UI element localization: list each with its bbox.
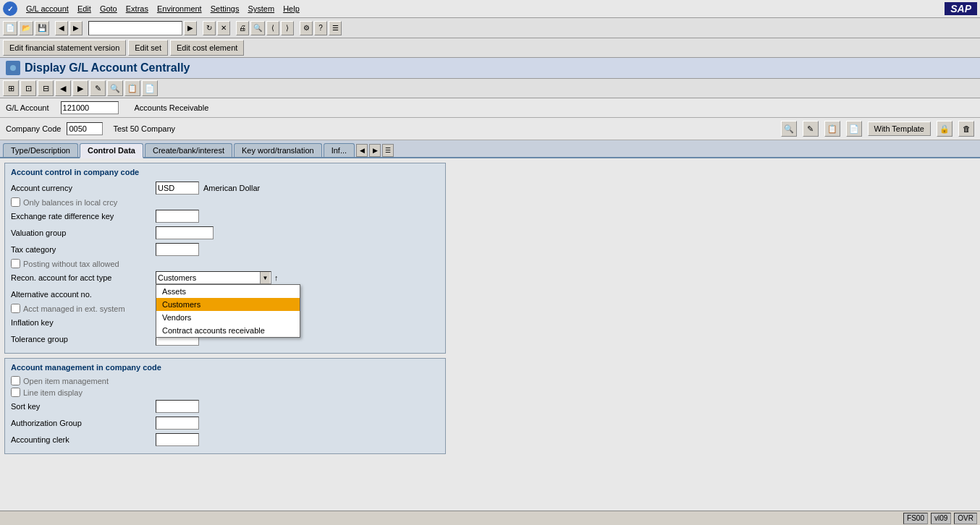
nav-prev[interactable]: ⟨ [266, 21, 279, 35]
tab-scroll-right[interactable]: ▶ [369, 144, 381, 157]
valuation-group-input[interactable] [156, 226, 214, 239]
menu-extras[interactable]: Extras [126, 4, 148, 13]
gl-account-row: G/L Account Accounts Receivable [0, 98, 980, 118]
main-toolbar: 📄 📂 💾 ◀ ▶ ▶ ↻ ✕ 🖨 🔍 ⟨ ⟩ ⚙ ? ☰ [0, 18, 980, 38]
open-item-checkbox[interactable] [11, 376, 20, 385]
exchange-rate-label: Exchange rate difference key [11, 212, 156, 221]
tab-scroll-left[interactable]: ◀ [356, 144, 368, 157]
exchange-rate-input[interactable] [156, 210, 199, 223]
toolbar-icon-2[interactable]: ⊡ [20, 80, 36, 96]
cursor-indicator: ↑ [274, 273, 279, 282]
back-btn[interactable]: ◀ [55, 21, 68, 35]
menu-goto[interactable]: Goto [100, 4, 117, 13]
company-search-icon[interactable]: 🔍 [781, 121, 797, 137]
open-btn[interactable]: 📂 [19, 21, 33, 35]
menu-system[interactable]: System [248, 4, 274, 13]
menu-bar: ✓ G/L account Edit Goto Extras Environme… [0, 0, 980, 18]
tab-create-bank[interactable]: Create/bank/interest [145, 143, 232, 157]
company-code-row: Company Code Test 50 Company 🔍 ✎ 📋 📄 Wit… [0, 118, 980, 140]
only-balances-checkbox[interactable] [11, 197, 20, 207]
toolbar-icon-3[interactable]: ⊟ [38, 80, 54, 96]
edit-fs-version-btn[interactable]: Edit financial statement version [3, 40, 126, 56]
recon-option-assets[interactable]: Assets [156, 285, 300, 298]
edit-cost-element-btn[interactable]: Edit cost element [170, 40, 244, 56]
company-code-label: Company Code [6, 124, 61, 133]
toolbar-nav-next[interactable]: ▶ [72, 80, 88, 96]
open-item-label: Open item management [23, 377, 109, 385]
nav-next[interactable]: ⟩ [281, 21, 294, 35]
tab-keyword[interactable]: Key word/translation [234, 143, 322, 157]
tab-type-description[interactable]: Type/Description [3, 143, 78, 157]
inflation-key-label: Inflation key [11, 318, 156, 327]
toolbar-icon-1[interactable]: ⊞ [3, 80, 19, 96]
company-code-input[interactable] [67, 122, 103, 135]
sort-key-row: Sort key [11, 399, 439, 414]
lock-icon[interactable]: 🔒 [937, 121, 952, 137]
recon-dropdown-container: ▼ Assets Customers Vendors Contract acco… [156, 271, 271, 284]
forward-btn[interactable]: ▶ [69, 21, 83, 35]
toolbar-icon-8[interactable]: 📄 [142, 80, 158, 96]
delete-icon[interactable]: 🗑 [958, 121, 974, 137]
menu-edit[interactable]: Edit [77, 4, 91, 13]
company-edit-icon[interactable]: ✎ [803, 121, 819, 137]
find-btn[interactable]: 🔍 [250, 21, 265, 35]
address-input[interactable] [88, 21, 182, 35]
go-btn[interactable]: ▶ [184, 21, 197, 35]
accounting-clerk-label: Accounting clerk [11, 435, 156, 444]
recon-option-contract[interactable]: Contract accounts receivable [156, 324, 300, 337]
recon-dropdown-arrow[interactable]: ▼ [260, 272, 270, 283]
accounting-clerk-input[interactable] [156, 433, 199, 446]
with-template-btn[interactable]: With Template [868, 121, 932, 136]
toolbar-icon-7[interactable]: 📋 [124, 80, 140, 96]
recon-option-customers[interactable]: Customers [156, 298, 300, 311]
recon-account-input[interactable] [156, 271, 271, 284]
company-code-desc: Test 50 Company [113, 124, 175, 133]
sort-key-label: Sort key [11, 402, 156, 411]
menu-environment[interactable]: Environment [157, 4, 202, 13]
edit-set-btn[interactable]: Edit set [128, 40, 168, 56]
menu-help[interactable]: Help [283, 4, 300, 13]
stop-btn[interactable]: ✕ [217, 21, 230, 35]
company-doc-icon[interactable]: 📄 [846, 121, 862, 137]
icon-toolbar: ⊞ ⊡ ⊟ ◀ ▶ ✎ 🔍 📋 📄 [0, 79, 980, 98]
currency-input[interactable] [156, 182, 199, 195]
menu-settings[interactable]: Settings [211, 4, 240, 13]
tax-category-row: Tax category [11, 242, 439, 257]
tax-category-input[interactable] [156, 243, 199, 256]
company-copy-icon[interactable]: 📋 [824, 121, 840, 137]
menu-gl-account[interactable]: G/L account [26, 4, 69, 13]
auth-group-label: Authorization Group [11, 419, 156, 427]
acct-managed-checkbox[interactable] [11, 304, 20, 313]
posting-without-tax-checkbox[interactable] [11, 259, 20, 268]
new-btn[interactable]: 📄 [3, 21, 17, 35]
print-btn[interactable]: 🖨 [236, 21, 249, 35]
help-btn[interactable]: ? [314, 21, 327, 35]
page-icon [6, 61, 20, 75]
recon-option-vendors[interactable]: Vendors [156, 311, 300, 324]
account-control-title: Account control in company code [11, 168, 439, 176]
save-btn[interactable]: 💾 [35, 21, 49, 35]
tax-category-label: Tax category [11, 245, 156, 254]
main-content: Account control in company code Account … [0, 158, 980, 463]
tab-inf[interactable]: Inf... [324, 143, 355, 157]
currency-label: Account currency [11, 184, 156, 192]
auth-group-row: Authorization Group [11, 416, 439, 430]
toolbar-icon-5[interactable]: ✎ [90, 80, 106, 96]
customize-btn[interactable]: ☰ [329, 21, 342, 35]
settings-btn[interactable]: ⚙ [300, 21, 313, 35]
sap-icon[interactable]: ✓ [3, 1, 17, 16]
accounting-clerk-row: Accounting clerk [11, 432, 439, 447]
auth-group-input[interactable] [156, 417, 199, 430]
valuation-group-label: Valuation group [11, 229, 156, 237]
line-item-checkbox[interactable] [11, 388, 20, 397]
refresh-btn[interactable]: ↻ [203, 21, 216, 35]
sort-key-input[interactable] [156, 400, 199, 413]
tab-control-data[interactable]: Control Data [80, 143, 143, 158]
tab-menu[interactable]: ☰ [382, 144, 394, 157]
gl-account-input[interactable] [61, 101, 119, 114]
only-balances-label: Only balances in local crcy [23, 198, 117, 207]
account-management-title: Account management in company code [11, 363, 439, 372]
toolbar-icon-6[interactable]: 🔍 [107, 80, 123, 96]
page-title-bar: Display G/L Account Centrally [0, 58, 980, 79]
toolbar-nav-prev[interactable]: ◀ [55, 80, 71, 96]
